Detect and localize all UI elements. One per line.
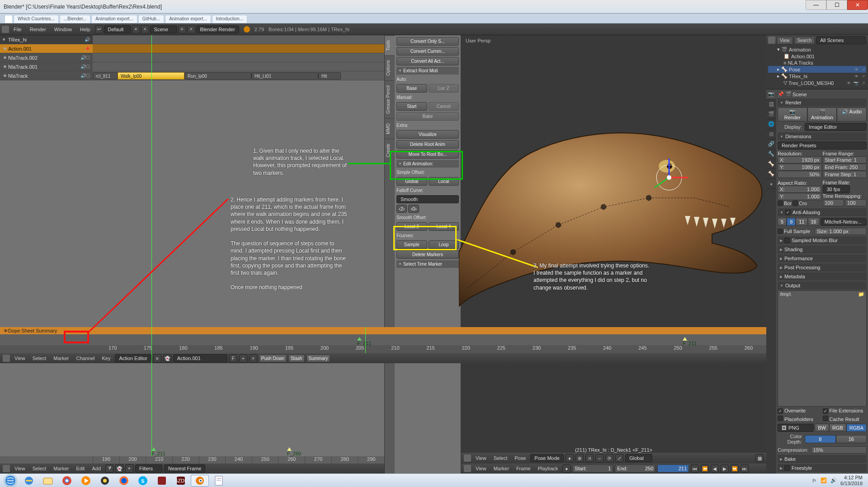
convert-only-button[interactable]: Convert Only S... bbox=[396, 37, 459, 46]
tray-flag-icon[interactable]: 🏳 bbox=[812, 478, 817, 483]
nla-strip[interactable]: rcl_lt11 bbox=[93, 72, 118, 80]
ghost-icon[interactable]: 👻 bbox=[115, 464, 123, 473]
filters-button[interactable]: Filters bbox=[135, 464, 162, 473]
tooltab-options[interactable]: Options bbox=[385, 55, 395, 80]
dope-key[interactable]: Key bbox=[99, 355, 113, 362]
scale-icon[interactable]: ⤢ bbox=[615, 454, 623, 462]
screen-layout-dropdown[interactable]: Default bbox=[104, 25, 131, 33]
res-pct-field[interactable]: 50% bbox=[778, 171, 822, 178]
editor-type-icon[interactable] bbox=[464, 454, 471, 462]
translate-icon[interactable]: ↔ bbox=[595, 454, 604, 462]
aspect-y[interactable]: Y:1.000 bbox=[778, 193, 822, 200]
render-panel[interactable]: Render bbox=[778, 98, 867, 107]
file-ext-check[interactable] bbox=[823, 408, 828, 414]
task-app[interactable] bbox=[153, 475, 171, 487]
tray-network-icon[interactable]: 📶 bbox=[821, 478, 827, 483]
view-menu[interactable]: View bbox=[473, 454, 489, 462]
outliner-item[interactable]: ▾ 🎬Animation bbox=[768, 46, 866, 53]
menu-window[interactable]: Window bbox=[51, 25, 75, 33]
pivot-icon[interactable]: ⊕ bbox=[576, 454, 584, 462]
task-skype[interactable]: S bbox=[134, 475, 152, 487]
current-frame-field[interactable]: 211 bbox=[657, 464, 689, 473]
tooltab-tools[interactable]: Tools bbox=[385, 35, 395, 55]
del-layout[interactable]: × bbox=[141, 25, 149, 33]
cursor-icon[interactable]: ⌖ bbox=[125, 464, 133, 473]
proptab-constraints[interactable]: 🔗 bbox=[766, 139, 776, 149]
jump-start-icon[interactable]: ⏮ bbox=[691, 464, 699, 473]
proptab-bone[interactable]: 🦴 bbox=[766, 169, 776, 179]
layers-icon[interactable]: ▦ bbox=[755, 454, 764, 462]
task-media[interactable] bbox=[77, 475, 95, 487]
animation-button[interactable]: 🎬 Animation bbox=[807, 108, 837, 122]
window-minimize[interactable]: — bbox=[806, 0, 826, 10]
dope-select[interactable]: Select bbox=[30, 355, 49, 362]
dope-mode[interactable]: Action Editor bbox=[115, 354, 151, 362]
push-down[interactable]: Push Down bbox=[259, 355, 287, 362]
border-check[interactable] bbox=[778, 201, 783, 206]
browser-tab[interactable]: Animation export... bbox=[165, 15, 211, 23]
proptab-data[interactable]: 🦴 bbox=[766, 159, 776, 169]
task-notepad[interactable] bbox=[210, 475, 228, 487]
next-key-icon[interactable]: ⏩ bbox=[731, 464, 739, 473]
bake-button[interactable]: Bake bbox=[396, 112, 459, 121]
rgb-button[interactable]: RGB bbox=[829, 424, 846, 432]
start-button[interactable]: Start bbox=[396, 102, 427, 111]
window-close[interactable]: ✕ bbox=[847, 0, 868, 10]
mode-dropdown[interactable]: Pose Mode bbox=[530, 454, 564, 462]
proptab-material[interactable]: ● bbox=[766, 179, 776, 189]
tl-marker[interactable]: Marker bbox=[491, 465, 512, 472]
nla-menu-select[interactable]: Select bbox=[30, 465, 49, 472]
shading-panel[interactable]: Shading bbox=[778, 245, 867, 253]
select-menu[interactable]: Select bbox=[491, 454, 510, 462]
seg-a-field[interactable]: ‹2› bbox=[396, 205, 407, 213]
outliner-mode[interactable]: All Scenes bbox=[816, 36, 866, 44]
menu-render[interactable]: Render bbox=[26, 25, 50, 33]
nla-object-row[interactable]: ▾TRex_hi🔊 bbox=[0, 35, 93, 44]
editor-type-icon[interactable] bbox=[768, 37, 775, 44]
outliner-item[interactable]: ▸ 🦴TRex_hi👁 ↗ bbox=[768, 73, 866, 80]
dimensions-panel[interactable]: Dimensions bbox=[778, 132, 867, 140]
frame-step-field[interactable]: Frame Step: 1 bbox=[823, 171, 867, 178]
compression-field[interactable]: 15% bbox=[811, 446, 867, 454]
outliner-search[interactable]: Search bbox=[794, 37, 815, 44]
speaker-icon[interactable]: 🔊☐ bbox=[80, 73, 90, 78]
nla-track-row[interactable]: ★NlaTrack.001🔊☐ bbox=[0, 62, 93, 71]
task-firefox[interactable] bbox=[115, 475, 133, 487]
remap-new[interactable]: 100 bbox=[845, 199, 867, 206]
task-gzdb[interactable]: GZDB bbox=[172, 475, 190, 487]
editor-type-icon[interactable] bbox=[3, 355, 10, 362]
editor-type-icon[interactable] bbox=[2, 26, 9, 33]
browser-tab[interactable]: ...Blender... bbox=[60, 15, 91, 23]
proptab-world[interactable]: 🌐 bbox=[766, 119, 776, 129]
start-button[interactable] bbox=[2, 475, 19, 487]
nla-menu-edit[interactable]: Edit bbox=[73, 465, 87, 472]
scene-dropdown[interactable]: Scene bbox=[150, 25, 177, 33]
nla-action-row[interactable]: ★Action.001📌 bbox=[0, 44, 93, 53]
smb-panel[interactable]: Sampled Motion Blur bbox=[778, 236, 867, 244]
browser-tab[interactable]: Animation export... bbox=[91, 15, 137, 23]
dope-marker-2[interactable]: F_211 bbox=[683, 337, 697, 346]
jump-end-icon[interactable]: ⏭ bbox=[741, 464, 749, 473]
prev-key-icon[interactable]: ⏪ bbox=[701, 464, 709, 473]
tl-view[interactable]: View bbox=[473, 465, 489, 472]
seg-b-field[interactable]: ‹0› bbox=[408, 205, 419, 213]
summary-button[interactable]: Summary bbox=[307, 355, 330, 362]
browser-tab[interactable]: Introduction... bbox=[212, 15, 248, 23]
aa-11[interactable]: 11 bbox=[796, 218, 807, 226]
browser-tab[interactable] bbox=[5, 15, 13, 23]
end-frame-field[interactable]: End:250 bbox=[615, 464, 656, 473]
nla-track-row[interactable]: ★NlaTrack🔊☐ bbox=[0, 71, 93, 80]
outliner-view[interactable]: View bbox=[777, 37, 793, 44]
nla-track-row[interactable]: ★NlaTrack.002🔊☐ bbox=[0, 53, 93, 62]
nla-strip[interactable]: Run_lp00 bbox=[184, 72, 251, 80]
browser-tab[interactable]: Which Countries... bbox=[14, 15, 59, 23]
metadata-panel[interactable]: Metadata bbox=[778, 272, 867, 281]
menu-help[interactable]: Help bbox=[76, 25, 94, 33]
nla-menu-add[interactable]: Add bbox=[89, 465, 104, 472]
autokey-icon[interactable]: ● bbox=[562, 464, 571, 473]
tray-volume-icon[interactable]: 🔊 bbox=[830, 478, 837, 483]
nla-strip-walk[interactable]: Walk_lp00 bbox=[118, 72, 184, 80]
play-rev-icon[interactable]: ◀ bbox=[711, 464, 719, 473]
aa-16[interactable]: 16 bbox=[808, 218, 820, 226]
locz-button[interactable]: Loc Z bbox=[429, 84, 459, 93]
